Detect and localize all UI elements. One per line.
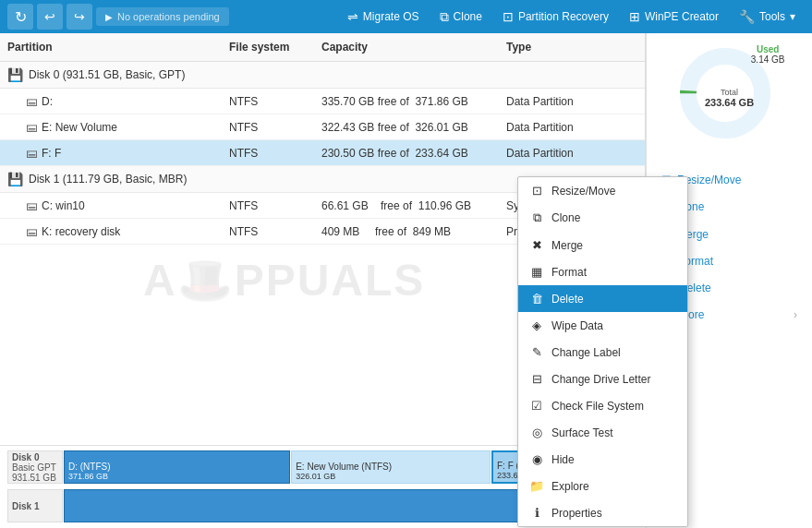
col-capacity: Capacity xyxy=(314,38,499,56)
cm-explore-icon: 📁 xyxy=(529,479,544,493)
seg-e-size: 326.01 GB xyxy=(296,472,486,481)
col-filesystem: File system xyxy=(222,38,314,56)
partition-d-capacity: 335.70 GB free of 371.86 GB xyxy=(314,89,499,114)
winpe-icon: ⊞ xyxy=(629,9,640,24)
seg-e-label: E: New Volume (NTFS) xyxy=(296,462,486,472)
donut-center: Total 233.64 GB xyxy=(705,88,754,108)
cm-delete[interactable]: 🗑 Delete xyxy=(518,285,687,312)
seg-d-label: D: (NTFS) xyxy=(68,462,285,472)
used-label: Used xyxy=(751,44,785,54)
col-type: Type xyxy=(499,38,645,56)
donut-chart: Used 3.14 GB Total 233.64 GB xyxy=(674,42,785,153)
refresh-button[interactable]: ↻ xyxy=(7,4,33,30)
cm-properties-label: Properties xyxy=(551,507,602,520)
context-menu: ⊡ Resize/Move ⧉ Clone ✖ Merge ▦ Format 🗑… xyxy=(517,176,688,527)
partition-d-name: 🖴 D: xyxy=(0,89,222,114)
cm-wipe-label: Wipe Data xyxy=(551,319,603,332)
refresh-icon: ↻ xyxy=(15,8,27,26)
partition-f-fs: NTFS xyxy=(222,140,314,165)
total-label: Total xyxy=(705,88,754,97)
cm-changelabel-label: Change Label xyxy=(551,346,621,359)
cm-changedrive-icon: ⊟ xyxy=(529,372,544,386)
cm-properties[interactable]: ℹ Properties xyxy=(518,499,687,526)
cm-checkfs-icon: ☑ xyxy=(529,399,544,413)
cm-format[interactable]: ▦ Format xyxy=(518,258,687,285)
undo-button[interactable]: ↩ xyxy=(37,4,63,30)
disk0-seg-d[interactable]: D: (NTFS) 371.86 GB xyxy=(64,450,290,484)
partition-d-type: Data Partition xyxy=(499,89,645,114)
no-operations-pending: ▶ No operations pending xyxy=(96,7,229,26)
partition-c-capacity: 66.61 GB free of 110.96 GB xyxy=(314,193,499,218)
disk0-seg-e[interactable]: E: New Volume (NTFS) 326.01 GB xyxy=(291,450,491,484)
table-row[interactable]: 🖴 E: New Volume NTFS 322.43 GB free of 3… xyxy=(0,114,645,140)
tools-label: Tools xyxy=(759,10,785,23)
disk0-vis-label: Disk 0 xyxy=(12,452,58,462)
clone-button[interactable]: ⧉ Clone xyxy=(430,5,491,30)
cm-hide[interactable]: ◉ Hide xyxy=(518,446,687,473)
cm-merge-icon: ✖ xyxy=(529,238,544,252)
cm-clone-icon: ⧉ xyxy=(529,210,544,225)
partition-c-icon: 🖴 xyxy=(26,198,38,212)
cm-delete-label: Delete xyxy=(551,293,584,306)
cm-surface-label: Surface Test xyxy=(551,426,612,439)
cm-resize-icon: ⊡ xyxy=(529,184,544,198)
partition-e-name: 🖴 E: New Volume xyxy=(0,114,222,139)
partition-k-fs: NTFS xyxy=(222,219,314,244)
disk1-label: Disk 1 (111.79 GB, Basic, MBR) xyxy=(29,173,187,186)
winpe-label: WinPE Creator xyxy=(645,10,719,23)
partition-e-icon: 🖴 xyxy=(26,120,38,134)
cm-merge[interactable]: ✖ Merge xyxy=(518,232,687,258)
partition-f-type: Data Partition xyxy=(499,140,645,165)
partition-recovery-button[interactable]: ⊡ Partition Recovery xyxy=(493,5,618,29)
cm-change-label[interactable]: ✎ Change Label xyxy=(518,339,687,366)
total-value: 233.64 GB xyxy=(705,97,754,108)
col-partition: Partition xyxy=(0,38,222,56)
cm-hide-icon: ◉ xyxy=(529,452,544,466)
cm-surface-icon: ◎ xyxy=(529,426,544,439)
partition-d-fs: NTFS xyxy=(222,89,314,114)
cm-explore-label: Explore xyxy=(551,480,589,493)
cm-clone-label: Clone xyxy=(551,211,580,224)
partition-recovery-icon: ⊡ xyxy=(503,9,514,24)
table-row[interactable]: 🖴 F: F NTFS 230.50 GB free of 233.64 GB … xyxy=(0,140,645,166)
cm-surface-test[interactable]: ◎ Surface Test xyxy=(518,419,687,446)
winpe-creator-button[interactable]: ⊞ WinPE Creator xyxy=(620,5,728,29)
cm-check-file-system[interactable]: ☑ Check File System xyxy=(518,392,687,419)
partition-d-icon: 🖴 xyxy=(26,94,38,108)
cm-clone[interactable]: ⧉ Clone xyxy=(518,204,687,232)
migrate-os-label: Migrate OS xyxy=(363,10,419,23)
partition-k-icon: 🖴 xyxy=(26,224,38,238)
cm-checkfs-label: Check File System xyxy=(551,400,644,413)
disk0-label: Disk 0 (931.51 GB, Basic, GPT) xyxy=(29,68,185,81)
migrate-os-button[interactable]: ⇌ Migrate OS xyxy=(338,5,429,29)
clone-label: Clone xyxy=(454,10,482,23)
table-row[interactable]: 🖴 D: NTFS 335.70 GB free of 371.86 GB Da… xyxy=(0,89,645,114)
disk0-bar-label: Disk 0 Basic GPT 931.51 GB xyxy=(7,450,63,484)
cm-format-label: Format xyxy=(551,266,587,279)
cm-change-drive-letter[interactable]: ⊟ Change Drive Letter xyxy=(518,366,687,392)
title-bar-left: ↻ ↩ ↪ ▶ No operations pending xyxy=(7,4,229,30)
partition-c-name: 🖴 C: win10 xyxy=(0,193,222,218)
partition-c-fs: NTFS xyxy=(222,193,314,218)
tools-icon: 🔧 xyxy=(739,9,755,24)
cm-explore[interactable]: 📁 Explore xyxy=(518,473,687,499)
cm-resize-label: Resize/Move xyxy=(551,185,615,198)
cm-format-icon: ▦ xyxy=(529,265,544,279)
cm-properties-icon: ℹ xyxy=(529,506,544,520)
more-chevron-icon: › xyxy=(794,308,797,321)
undo-icon: ↩ xyxy=(44,9,55,24)
play-icon: ▶ xyxy=(105,12,113,22)
redo-button[interactable]: ↪ xyxy=(67,4,92,30)
cm-wipe-data[interactable]: ◈ Wipe Data xyxy=(518,312,687,339)
partition-f-icon: 🖴 xyxy=(26,146,38,160)
cm-changedrive-label: Change Drive Letter xyxy=(551,373,650,386)
tools-button[interactable]: 🔧 Tools ▾ xyxy=(730,5,805,29)
disk1-vis-label: Disk 1 xyxy=(12,501,58,511)
no-ops-label: No operations pending xyxy=(117,11,220,22)
partition-f-name: 🖴 F: F xyxy=(0,140,222,165)
seg-d-size: 371.86 GB xyxy=(68,472,285,481)
partition-f-capacity: 230.50 GB free of 233.64 GB xyxy=(314,140,499,165)
tools-chevron: ▾ xyxy=(790,10,795,23)
main-content: Partition File system Capacity Type 💾 Di… xyxy=(0,33,812,528)
cm-resize-move[interactable]: ⊡ Resize/Move xyxy=(518,177,687,204)
